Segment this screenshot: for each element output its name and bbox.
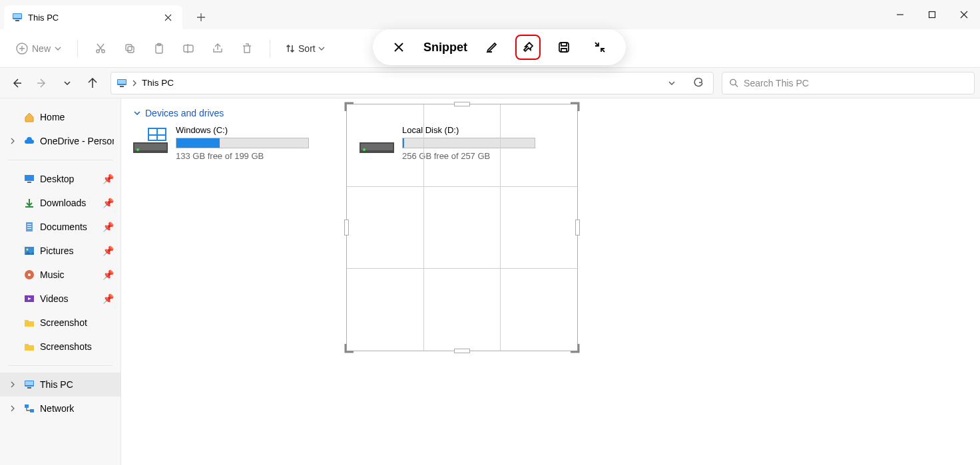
nav-forward-button[interactable]: [31, 72, 53, 94]
cloud-icon: [24, 136, 35, 146]
snippet-draw-button[interactable]: [481, 36, 503, 59]
minimize-button[interactable]: [884, 0, 916, 29]
chevron-right-icon[interactable]: [9, 405, 16, 412]
corner-bracket-br[interactable]: [567, 340, 581, 355]
new-button[interactable]: New: [9, 39, 68, 59]
tab-this-pc[interactable]: This PC: [4, 5, 182, 29]
sidebar-item-desktop[interactable]: Desktop 📌: [0, 167, 121, 191]
sidebar-item-label: Home: [40, 112, 65, 122]
close-icon: [960, 11, 968, 19]
pin-icon: 📌: [103, 222, 114, 232]
edge-handle-top[interactable]: [454, 102, 470, 106]
folder-icon: [24, 341, 35, 352]
copy-button[interactable]: [117, 35, 143, 62]
svg-rect-39: [149, 136, 156, 140]
edge-handle-right[interactable]: [575, 220, 580, 235]
tab-close-button[interactable]: [160, 9, 176, 25]
drive-item-d[interactable]: Local Disk (D:) 256 GB free of 257 GB: [360, 125, 559, 161]
snippet-close-button[interactable]: [387, 36, 410, 59]
svg-rect-34: [134, 144, 166, 150]
nav-up-button[interactable]: [81, 72, 104, 94]
svg-rect-14: [118, 80, 126, 84]
monitor-icon: [24, 379, 35, 390]
drive-free-label: 256 GB free of 257 GB: [402, 151, 559, 161]
clipboard-icon: [153, 43, 165, 55]
sidebar-item-home[interactable]: Home: [0, 105, 121, 129]
svg-rect-20: [27, 224, 31, 225]
chevron-right-icon[interactable]: [9, 138, 16, 144]
monitor-icon: [117, 78, 127, 88]
address-bar[interactable]: This PC: [111, 72, 714, 94]
sidebar-item-onedrive[interactable]: OneDrive - Personal: [0, 129, 121, 153]
sidebar-item-screenshots[interactable]: Screenshots: [0, 335, 121, 359]
snippet-pin-button[interactable]: [517, 36, 539, 59]
delete-button[interactable]: [234, 35, 260, 62]
search-box[interactable]: [722, 72, 975, 94]
pictures-icon: [24, 245, 35, 256]
svg-rect-17: [25, 175, 34, 181]
drive-item-c[interactable]: Windows (C:) 133 GB free of 199 GB: [133, 125, 333, 161]
svg-point-16: [730, 79, 736, 84]
sort-button[interactable]: Sort: [280, 39, 330, 58]
svg-rect-11: [184, 45, 193, 52]
drive-info: Windows (C:) 133 GB free of 199 GB: [176, 125, 333, 161]
paste-button[interactable]: [146, 35, 172, 62]
nav-back-button[interactable]: [5, 72, 28, 94]
new-tab-button[interactable]: [189, 5, 213, 29]
collapse-icon: [593, 41, 607, 54]
svg-rect-1: [13, 14, 21, 18]
chevron-down-icon: [55, 45, 61, 52]
edge-handle-bottom[interactable]: [454, 349, 470, 353]
drive-info: Local Disk (D:) 256 GB free of 257 GB: [402, 125, 559, 161]
sidebar-item-downloads[interactable]: Downloads 📌: [0, 191, 121, 215]
svg-rect-40: [158, 136, 165, 140]
corner-bracket-bl[interactable]: [343, 340, 358, 355]
nav-recent-button[interactable]: [56, 72, 79, 94]
edge-handle-left[interactable]: [344, 220, 349, 235]
chevron-down-icon[interactable]: [668, 79, 676, 87]
sidebar-item-label: Screenshots: [40, 341, 92, 352]
sidebar-item-label: OneDrive - Personal: [40, 136, 114, 146]
svg-rect-30: [27, 387, 31, 388]
sidebar-item-videos[interactable]: Videos 📌: [0, 287, 121, 311]
sidebar-item-documents[interactable]: Documents 📌: [0, 215, 121, 239]
drive-icon: [133, 128, 168, 154]
svg-point-35: [136, 148, 139, 151]
maximize-button[interactable]: [916, 0, 948, 29]
plus-icon: [196, 13, 206, 22]
snippet-toolbar[interactable]: Snippet: [373, 29, 626, 65]
sort-icon: [285, 43, 296, 54]
group-header-devices[interactable]: Devices and drives: [133, 108, 968, 118]
svg-rect-7: [126, 45, 132, 51]
maximize-icon: [928, 11, 936, 19]
chevron-down-icon: [63, 79, 71, 87]
breadcrumb-item[interactable]: This PC: [142, 78, 174, 88]
refresh-icon[interactable]: [693, 78, 704, 88]
snippet-collapse-button[interactable]: [589, 36, 611, 59]
drive-name: Local Disk (D:): [402, 125, 559, 135]
sidebar-item-network[interactable]: Network: [0, 396, 121, 420]
svg-rect-15: [120, 86, 124, 87]
sidebar-item-screenshot[interactable]: Screenshot: [0, 311, 121, 335]
share-button[interactable]: [204, 35, 231, 62]
separator: [8, 160, 113, 160]
tab-bar: This PC: [0, 0, 980, 29]
network-icon: [24, 403, 35, 414]
sidebar-item-pictures[interactable]: Pictures 📌: [0, 239, 121, 263]
pin-icon: 📌: [103, 174, 114, 184]
snippet-save-button[interactable]: [553, 36, 575, 59]
cut-button[interactable]: [87, 35, 114, 62]
svg-point-43: [363, 148, 366, 151]
document-icon: [24, 222, 35, 232]
content-pane[interactable]: Devices and drives Windows (C:) 133: [121, 98, 980, 465]
drives-list: Windows (C:) 133 GB free of 199 GB Local…: [133, 125, 968, 161]
svg-rect-38: [158, 129, 165, 134]
sidebar-item-music[interactable]: Music 📌: [0, 263, 121, 287]
rename-button[interactable]: [175, 35, 202, 62]
sidebar-item-this-pc[interactable]: This PC: [0, 373, 121, 396]
drive-free-label: 133 GB free of 199 GB: [176, 151, 333, 161]
explorer-body: Home OneDrive - Personal Desktop 📌 Downl…: [0, 98, 980, 465]
search-input[interactable]: [744, 78, 967, 88]
close-window-button[interactable]: [948, 0, 980, 29]
chevron-right-icon[interactable]: [9, 381, 16, 388]
